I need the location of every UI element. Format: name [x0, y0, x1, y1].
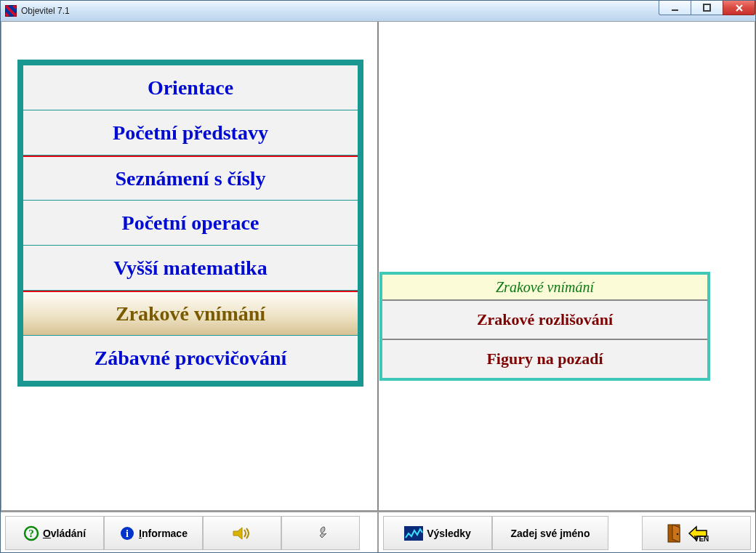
svg-point-10 — [676, 533, 678, 535]
menu-item-seznameni-s-cisly[interactable]: Seznámení s čísly — [23, 156, 358, 201]
menu-item-zrakove-vnimani[interactable]: Zrakové vnímání — [23, 291, 358, 336]
vysledky-label: Výsledky — [427, 528, 471, 539]
help-icon: ? — [23, 525, 39, 541]
sub-item-zrakove-rozlisovani[interactable]: Zrakové rozlišování — [382, 299, 707, 339]
menu-item-pocetni-predstavy[interactable]: Početní představy — [23, 110, 358, 156]
maximize-icon — [703, 4, 712, 12]
app-icon — [5, 5, 17, 17]
svg-rect-0 — [672, 9, 678, 11]
bottom-bar: ? Ovládání i Informace Vý — [1, 511, 755, 552]
zadej-jmeno-label: Zadej své jméno — [511, 528, 590, 539]
menu-item-label: Orientace — [148, 76, 233, 100]
informace-button[interactable]: i Informace — [104, 516, 203, 550]
menu-item-vyssi-matematika[interactable]: Vyšší matematika — [23, 246, 358, 291]
sound-button[interactable] — [203, 516, 281, 550]
content-area: Orientace Početní představy Seznámení s … — [1, 21, 755, 511]
zadej-jmeno-button[interactable]: Zadej své jméno — [492, 516, 608, 550]
sub-item-label: Zrakové rozlišování — [477, 310, 613, 329]
ovladani-label: Ovládání — [43, 528, 86, 539]
svg-text:i: i — [126, 528, 129, 539]
speaker-icon — [232, 525, 252, 541]
minimize-button[interactable] — [659, 1, 691, 15]
sub-menu: Zrakové vnímání Zrakové rozlišování Figu… — [379, 272, 710, 381]
close-icon — [735, 4, 744, 12]
ven-label: VEN — [694, 535, 709, 543]
chart-icon — [404, 526, 423, 541]
main-menu: Orientace Početní představy Seznámení s … — [17, 60, 363, 387]
menu-item-label: Seznámení s čísly — [116, 167, 266, 190]
settings-button[interactable] — [281, 516, 360, 550]
close-button[interactable] — [723, 1, 755, 15]
menu-item-orientace[interactable]: Orientace — [23, 65, 358, 110]
svg-text:?: ? — [28, 528, 34, 539]
right-pane: Zrakové vnímání Zrakové rozlišování Figu… — [379, 22, 755, 510]
minimize-icon — [671, 4, 680, 12]
titlebar: Objevitel 7.1 — [1, 1, 755, 21]
window-title: Objevitel 7.1 — [21, 6, 70, 16]
sub-item-figury-na-pozadi[interactable]: Figury na pozadí — [382, 339, 707, 378]
wrench-icon — [311, 524, 330, 543]
maximize-button[interactable] — [691, 1, 723, 15]
svg-rect-1 — [704, 4, 710, 11]
menu-item-zabavne-procvicovani[interactable]: Zábavné procvičování — [23, 336, 358, 381]
ovladani-button[interactable]: ? Ovládání — [5, 516, 104, 550]
window-controls — [659, 1, 755, 15]
svg-marker-6 — [233, 528, 242, 539]
left-pane: Orientace Početní představy Seznámení s … — [1, 22, 379, 510]
info-icon: i — [119, 525, 135, 541]
sub-menu-title: Zrakové vnímání — [382, 275, 707, 299]
app-window: Objevitel 7.1 Orientace Početní představ… — [0, 0, 756, 553]
menu-item-label: Zrakové vnímání — [116, 302, 265, 326]
menu-item-label: Početní představy — [113, 121, 268, 145]
vysledky-button[interactable]: Výsledky — [383, 516, 492, 550]
informace-label: Informace — [139, 528, 188, 539]
menu-item-pocetni-operace[interactable]: Početní operace — [23, 201, 358, 246]
svg-marker-9 — [672, 525, 680, 542]
door-icon — [667, 523, 684, 544]
ven-button[interactable]: VEN — [642, 516, 751, 550]
menu-item-label: Vyšší matematika — [113, 257, 267, 280]
menu-item-label: Početní operace — [122, 211, 260, 235]
sub-item-label: Figury na pozadí — [486, 350, 603, 368]
menu-item-label: Zábavné procvičování — [94, 347, 287, 370]
